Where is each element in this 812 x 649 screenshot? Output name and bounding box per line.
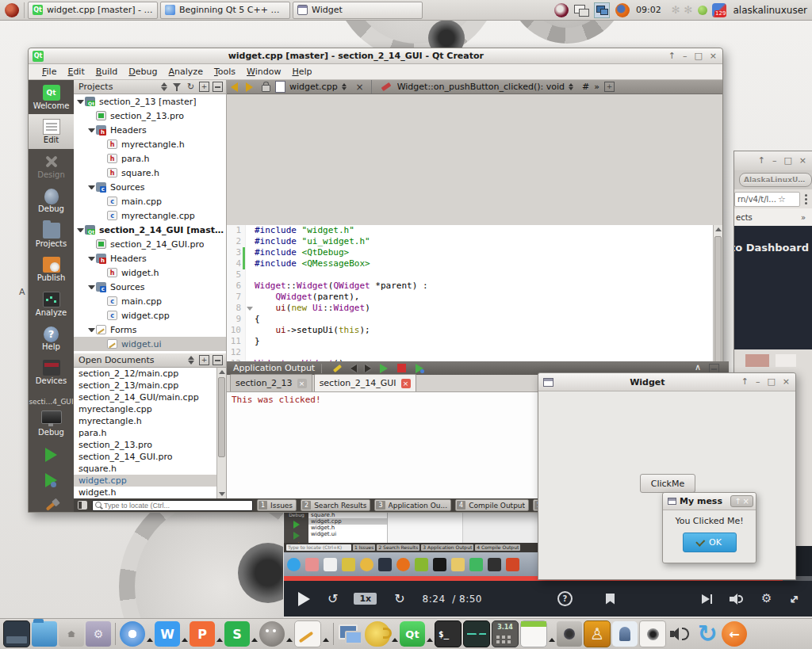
dock-gimp-icon[interactable] [259,621,285,647]
dock-qt-creator-icon[interactable]: Qt [400,621,425,647]
stop-icon[interactable] [397,364,406,372]
volume-icon[interactable] [730,594,744,605]
browser-url-field[interactable]: rn/v4/t/l... ☆ [734,192,800,207]
build-button[interactable] [44,497,59,512]
menu-analyze[interactable]: Analyze [163,64,209,79]
expand-arrow-icon[interactable] [88,328,95,332]
open-document-item[interactable]: section_2_13.pro [74,439,216,451]
open-document-item[interactable]: section_2_14_GUI.pro [74,451,216,463]
tray-recorder-icon[interactable] [554,3,569,17]
tree-item[interactable]: section_2_14_GUI.pro [74,237,226,251]
tree-item[interactable]: hpara.h [74,151,226,166]
split-editor-icon[interactable]: + [604,82,615,92]
pane-combo-icon[interactable] [159,82,169,92]
dock-volume-icon[interactable] [668,621,693,647]
clickme-button[interactable]: ClickMe [640,474,695,493]
tray-dim-icon-1[interactable]: ✻ [672,4,680,16]
expand-arrow-icon[interactable] [77,100,84,104]
dock-displays-icon[interactable] [338,621,363,647]
line-number-icon[interactable]: # [582,82,589,92]
scrollbar[interactable] [216,368,226,498]
expand-arrow-icon[interactable] [88,128,95,132]
tray-displays-icon[interactable] [594,2,610,18]
tree-item[interactable]: widget.ui [74,337,226,351]
close-document-icon[interactable]: × [356,82,364,93]
dock-chess-icon[interactable]: ♙ [584,620,611,647]
tree-item[interactable]: hmyrectangle.h [74,137,226,151]
dock-terminal-icon[interactable]: $_ [435,620,462,647]
dock-wps-presentation-icon[interactable]: P [190,621,215,647]
filter-icon[interactable] [172,82,182,92]
dock-text-editor-icon[interactable] [294,620,321,647]
dock-settings-folder-icon[interactable]: ⚙ [86,621,111,647]
menu-edit[interactable]: Edit [62,64,90,79]
bookmarks-overflow-chevron[interactable]: » [801,213,806,222]
tray-dim-icon-2[interactable]: ✻ [684,4,693,16]
widget-titlebar[interactable]: Widget ↑–□× [538,373,795,391]
nav-forward-icon[interactable] [246,82,253,92]
mode-devices[interactable]: Devices [29,356,74,390]
sidebar-toggle-icon[interactable] [78,501,87,510]
expand-arrow-icon[interactable] [77,228,84,232]
sync-icon[interactable]: ↻ [186,82,196,92]
dock-camera-icon[interactable] [557,621,582,647]
tree-item[interactable]: Sources [74,280,226,294]
close-pane-icon[interactable] [213,82,223,92]
menu-debug[interactable]: Debug [123,64,163,79]
dock-chromium-icon[interactable] [120,621,145,647]
tray-notification-icon[interactable]: 129 [712,3,726,17]
playback-speed-button[interactable]: 1x [354,593,377,605]
mode-welcome[interactable]: QtWelcome [29,80,74,114]
tree-item[interactable]: cmain.cpp [74,294,226,308]
locator-input[interactable] [92,500,253,511]
open-document-item[interactable]: section_2_14_GUI/main.cpp [74,391,216,403]
close-pane-icon[interactable] [213,355,223,365]
bookmark-star-icon[interactable]: ☆ [778,194,786,204]
tree-item[interactable]: cwidget.cpp [74,308,226,323]
open-document-item[interactable]: myrectangle.cpp [74,403,216,415]
close-tab-icon[interactable]: × [297,379,307,388]
browser-window-controls[interactable]: ↑–□× [758,153,806,169]
mode-design[interactable]: Design [29,149,74,183]
prev-item-icon[interactable] [350,365,357,372]
symbol-selector[interactable]: Widget::on_pushButton_clicked(): void [397,82,565,92]
dock-home-folder-icon[interactable] [59,621,84,647]
browser-menu-icon[interactable] [805,193,807,206]
forward-icon[interactable]: ↻ [394,591,404,606]
tray-status-icon[interactable] [698,6,707,15]
rewind-icon[interactable]: ↺ [327,591,338,606]
tree-item[interactable]: Forms [74,323,226,337]
open-document-item[interactable]: section_2_13/main.cpp [74,380,216,391]
mode-projects[interactable]: Projects [29,218,74,252]
menu-help[interactable]: Help [286,64,317,79]
bookmark-icon[interactable] [606,594,615,605]
tree-item[interactable]: hsquare.h [74,166,226,180]
mode-analyze[interactable]: Analyze [29,287,74,321]
run-button[interactable] [45,448,57,462]
output-tab[interactable]: section_2_13× [230,374,312,391]
clock[interactable]: 09:02 [636,5,661,15]
split-pane-icon[interactable]: + [199,355,209,365]
tray-firefox-icon[interactable] [615,3,630,17]
help-icon[interactable]: ? [557,591,573,606]
open-document-selector[interactable]: widget.cpp [289,82,338,92]
output-pane-button[interactable]: 2Search Results [301,499,370,511]
output-filter-icon[interactable] [333,364,342,372]
output-pane-button[interactable]: 3Application Ou... [374,499,451,511]
tree-item[interactable]: hwidget.h [74,265,226,280]
nav-back-icon[interactable] [231,82,238,92]
menu-window[interactable]: Window [241,64,286,79]
expand-arrow-icon[interactable] [88,285,95,289]
dialog-window-controls[interactable]: ↑× [730,495,753,507]
tree-item[interactable]: Sources [74,180,226,194]
dock-file-manager-icon[interactable] [32,621,57,647]
dock-robot-icon[interactable] [612,621,638,647]
applications-menu-icon[interactable] [5,3,19,17]
overflow-chevron-icon[interactable]: » [594,82,599,92]
run-icon[interactable] [380,364,388,373]
taskbar-window-button[interactable]: Qtwidget.cpp [master] - s... [28,2,158,19]
dock-show-desktop-icon[interactable] [3,620,30,647]
open-document-item[interactable]: widget.cpp [74,475,216,487]
open-document-item[interactable]: myrectangle.h [74,415,216,427]
expand-arrow-icon[interactable] [88,257,95,261]
